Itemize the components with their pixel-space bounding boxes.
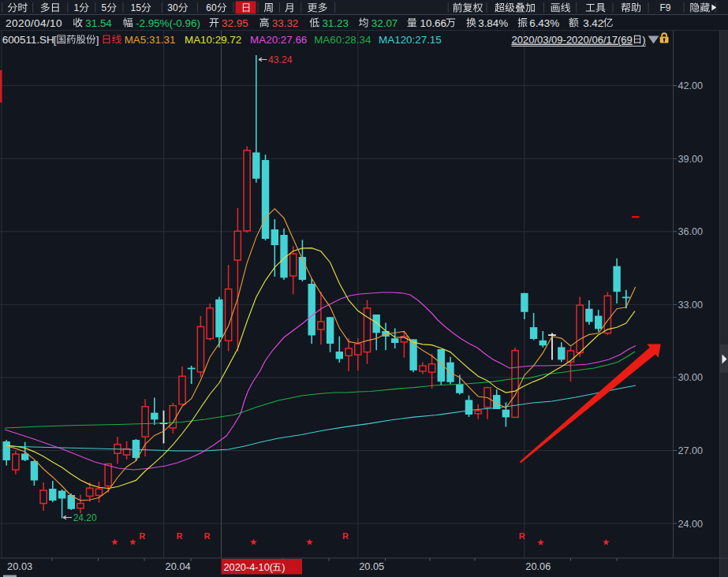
svg-text:39.00: 39.00: [678, 154, 704, 165]
svg-text:60: 60: [206, 2, 217, 13]
svg-text:43.24: 43.24: [268, 54, 293, 65]
svg-text:MA120:27.15: MA120:27.15: [379, 34, 442, 46]
svg-text:32.07: 32.07: [371, 17, 398, 29]
svg-text:31.54: 31.54: [85, 17, 112, 29]
svg-text:MA20:27.66: MA20:27.66: [250, 34, 307, 46]
svg-text:20.04: 20.04: [166, 560, 191, 572]
svg-text:33.00: 33.00: [678, 300, 704, 311]
svg-text:MA10:29.72: MA10:29.72: [185, 34, 241, 46]
svg-text:[: [: [54, 34, 57, 46]
svg-text:R: R: [139, 531, 145, 541]
svg-text:2020/03/09-2020/06/17(69: 2020/03/09-2020/06/17(69: [512, 34, 633, 46]
svg-text:27.00: 27.00: [678, 445, 704, 456]
svg-text:1: 1: [74, 2, 80, 13]
svg-text:24.00: 24.00: [678, 519, 704, 530]
svg-text:2020-4-10(: 2020-4-10(: [224, 561, 274, 573]
svg-text:R: R: [176, 531, 182, 541]
svg-text:20.05: 20.05: [359, 560, 384, 572]
svg-text:): ): [282, 561, 285, 573]
svg-text:10.66: 10.66: [420, 17, 447, 29]
svg-text:42.00: 42.00: [678, 80, 704, 91]
svg-text:R: R: [342, 531, 349, 541]
svg-text:600511.SH: 600511.SH: [2, 34, 54, 46]
svg-text:2020/04/10: 2020/04/10: [6, 17, 62, 29]
svg-text:36.00: 36.00: [678, 226, 704, 237]
svg-text:-2.95%(-0.96): -2.95%(-0.96): [136, 17, 200, 29]
svg-text:24.20: 24.20: [73, 512, 97, 523]
svg-text:R: R: [204, 531, 211, 541]
svg-text:F9: F9: [659, 2, 670, 13]
svg-text:3.42: 3.42: [583, 17, 603, 29]
svg-text:20.06: 20.06: [525, 560, 551, 572]
svg-text:15: 15: [131, 2, 142, 13]
svg-text:5: 5: [102, 2, 107, 13]
svg-text:]: ]: [96, 34, 99, 46]
svg-text:3.84%: 3.84%: [478, 17, 508, 29]
svg-text:): ): [642, 34, 645, 46]
svg-text:MA60:28.34: MA60:28.34: [314, 34, 371, 46]
svg-text:33.32: 33.32: [272, 17, 299, 29]
svg-text:31.23: 31.23: [322, 17, 349, 29]
svg-text:32.95: 32.95: [222, 17, 248, 29]
svg-text:20.03: 20.03: [7, 560, 32, 572]
svg-text:MA5:31.31: MA5:31.31: [125, 34, 176, 46]
svg-text:30.00: 30.00: [678, 372, 704, 383]
svg-text:30: 30: [167, 2, 178, 13]
svg-text:6.43%: 6.43%: [529, 17, 559, 29]
svg-text:R: R: [519, 531, 525, 541]
